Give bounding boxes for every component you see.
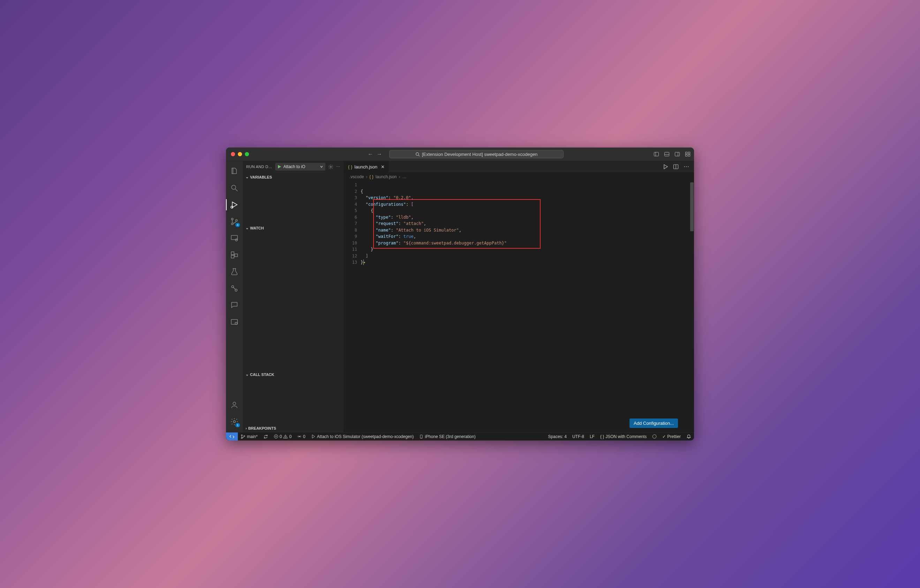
warning-icon: [283, 434, 288, 439]
tab-launch-json[interactable]: { } launch.json ✕: [344, 161, 389, 172]
start-debug-button[interactable]: [277, 165, 282, 169]
run-file-button[interactable]: [662, 164, 668, 170]
prettier-item[interactable]: ✓ Prettier: [659, 432, 684, 441]
eol-item[interactable]: LF: [587, 432, 598, 441]
notifications-item[interactable]: [684, 432, 694, 441]
play-icon: [277, 165, 282, 169]
add-configuration-button[interactable]: Add Configuration...: [630, 418, 678, 428]
settings-view-tab[interactable]: [226, 314, 243, 330]
files-icon: [230, 167, 238, 175]
separator-icon: ›: [366, 174, 367, 179]
svg-marker-45: [312, 435, 314, 438]
remote-explorer-tab[interactable]: [226, 230, 243, 246]
bell-icon: [686, 434, 691, 439]
nav-forward-button[interactable]: →: [377, 151, 382, 157]
line-gutter: 12345678910111213: [344, 181, 361, 432]
run-debug-sidebar: RUN AND D… Attach to iO ⋯ ⌄ VARIAB: [243, 161, 344, 432]
callstack-panel: [243, 378, 343, 424]
close-tab-button[interactable]: ✕: [381, 164, 385, 170]
accounts-button[interactable]: [226, 397, 243, 413]
settings-badge: 1: [235, 423, 240, 427]
sync-item[interactable]: [261, 432, 271, 441]
toggle-secondary-sidebar-icon[interactable]: [674, 151, 680, 157]
variables-panel-header[interactable]: ⌄ VARIABLES: [243, 173, 343, 181]
testing-tab[interactable]: [226, 264, 243, 279]
svg-rect-27: [231, 319, 238, 324]
encoding-item[interactable]: UTF-8: [570, 432, 587, 441]
svg-rect-9: [688, 152, 690, 154]
problems-item[interactable]: 0 0: [271, 432, 294, 441]
breadcrumb-tail[interactable]: …: [402, 174, 406, 179]
command-center[interactable]: [Extension Development Host] sweetpad-de…: [389, 150, 564, 158]
device-label: iPhone SE (3rd generation): [425, 434, 475, 439]
debug-target-label: Attach to iOS Simulator (sweetpad-demo-x…: [317, 434, 414, 439]
scrollbar-thumb[interactable]: [690, 182, 694, 231]
nav-back-button[interactable]: ←: [368, 151, 373, 157]
svg-rect-2: [654, 152, 659, 156]
svg-point-32: [330, 166, 332, 167]
variables-label: VARIABLES: [250, 175, 272, 179]
split-icon: [673, 164, 679, 170]
breadcrumb-folder[interactable]: .vscode: [350, 174, 364, 179]
sidebar-title: RUN AND D…: [246, 165, 272, 169]
run-debug-tab[interactable]: [226, 197, 243, 212]
svg-point-0: [416, 152, 418, 155]
toggle-panel-icon[interactable]: [664, 151, 670, 157]
code-content[interactable]: { "version": "0.2.0", "configurations": …: [361, 181, 685, 432]
remote-button[interactable]: [226, 432, 238, 441]
search-tab[interactable]: [226, 180, 243, 196]
callstack-panel-header[interactable]: ⌄ CALL STACK: [243, 370, 343, 378]
status-right: Spaces: 4 UTF-8 LF { } JSON with Comment…: [546, 432, 694, 441]
indent-item[interactable]: Spaces: 4: [546, 432, 570, 441]
scrollbar[interactable]: [690, 181, 694, 432]
editor-tabs: { } launch.json ✕ ⋯: [344, 161, 694, 173]
device-item[interactable]: iPhone SE (3rd generation): [416, 432, 478, 441]
customize-layout-icon[interactable]: [685, 151, 690, 157]
svg-point-20: [235, 239, 238, 241]
editor-more-button[interactable]: ⋯: [684, 163, 689, 170]
split-editor-button[interactable]: [673, 164, 679, 170]
source-control-tab[interactable]: 4: [226, 214, 243, 229]
svg-line-1: [418, 155, 420, 156]
sidebar-header: RUN AND D… Attach to iO ⋯: [243, 161, 343, 173]
comments-tab[interactable]: [226, 298, 243, 313]
svg-point-17: [232, 223, 233, 225]
feedback-item[interactable]: [650, 432, 659, 441]
code-editor[interactable]: 12345678910111213 { "version": "0.2.0", …: [344, 181, 694, 432]
git-branch-item[interactable]: main*: [238, 432, 261, 441]
settings-button[interactable]: 1: [226, 414, 243, 429]
device-icon: [419, 434, 423, 439]
ports-item[interactable]: 0: [294, 432, 308, 441]
separator-icon: ›: [398, 174, 400, 179]
port-count: 0: [303, 434, 306, 439]
minimap[interactable]: [685, 181, 690, 432]
extensions-tab[interactable]: [226, 247, 243, 262]
editor-area: { } launch.json ✕ ⋯ .vscode › { }: [344, 161, 694, 432]
open-launch-json-button[interactable]: [328, 164, 334, 170]
svg-rect-4: [665, 152, 669, 156]
svg-point-37: [241, 437, 242, 438]
launch-config-label: Attach to iO: [283, 164, 306, 169]
chevron-down-icon: ⌄: [246, 175, 249, 179]
debug-icon: [230, 201, 238, 209]
json-icon: { }: [369, 174, 373, 179]
breadcrumb[interactable]: .vscode › { } launch.json › …: [344, 173, 694, 181]
explorer-tab[interactable]: [226, 164, 243, 179]
zoom-window-button[interactable]: [245, 152, 249, 156]
main-area: 4: [226, 161, 694, 432]
feedback-icon: [652, 434, 657, 439]
warning-count: 0: [289, 434, 292, 439]
language-mode-item[interactable]: { } JSON with Comments: [598, 432, 650, 441]
toggle-primary-sidebar-icon[interactable]: [654, 151, 659, 157]
breadcrumb-file[interactable]: launch.json: [376, 174, 397, 179]
braces-icon: { }: [600, 434, 604, 439]
sweetpad-tab[interactable]: [226, 281, 243, 296]
launch-config-selector[interactable]: Attach to iO: [275, 163, 326, 170]
minimize-window-button[interactable]: [238, 152, 242, 156]
svg-rect-11: [688, 154, 690, 156]
debug-target-item[interactable]: Attach to iOS Simulator (sweetpad-demo-x…: [308, 432, 416, 441]
breakpoints-panel-header[interactable]: › BREAKPOINTS: [243, 424, 343, 432]
watch-panel-header[interactable]: ⌄ WATCH: [243, 224, 343, 232]
sidebar-more-button[interactable]: ⋯: [336, 165, 340, 169]
close-window-button[interactable]: [231, 152, 235, 156]
